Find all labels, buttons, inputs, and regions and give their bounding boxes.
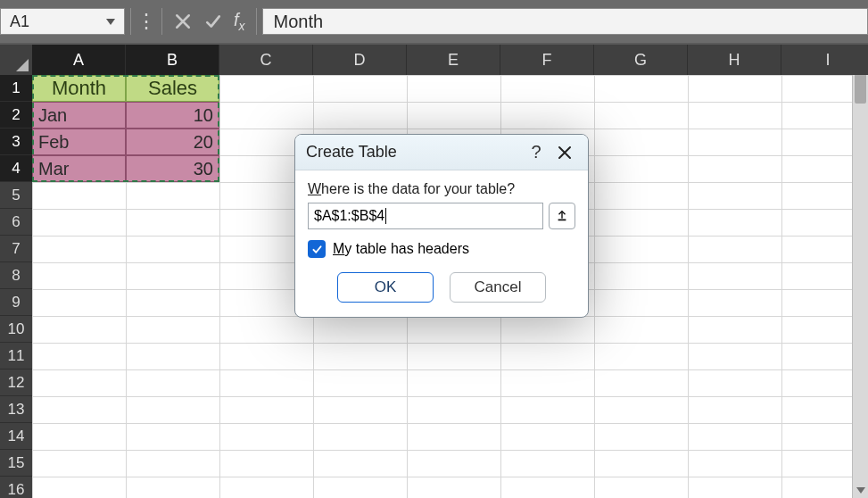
range-prompt-label: Where is the data for your table? <box>308 181 575 197</box>
row-header-10[interactable]: 10 <box>0 316 32 343</box>
row-header-11[interactable]: 11 <box>0 343 32 369</box>
divider <box>256 8 257 35</box>
row-header-8[interactable]: 8 <box>0 262 32 289</box>
row-header-1[interactable]: 1 <box>0 75 32 102</box>
range-input-value: $A$1:$B$4 <box>314 208 384 224</box>
close-icon <box>558 145 572 160</box>
fx-icon[interactable]: fx <box>228 10 251 33</box>
text-caret <box>385 208 386 224</box>
cell-B4[interactable]: 30 <box>126 155 219 182</box>
row-header-16[interactable]: 16 <box>0 477 32 498</box>
chevron-down-icon <box>856 487 865 494</box>
accept-formula-button[interactable] <box>198 8 228 35</box>
formula-bar-toolbar: A1 ⋮ fx Month <box>0 0 868 45</box>
formula-value: Month <box>274 12 324 32</box>
close-icon <box>175 13 191 29</box>
row-header-12[interactable]: 12 <box>0 369 32 396</box>
row-header-13[interactable]: 13 <box>0 396 32 423</box>
column-header-G[interactable]: G <box>594 45 688 75</box>
row-header-4[interactable]: 4 <box>0 155 32 182</box>
cell-A4[interactable]: Mar <box>32 155 126 182</box>
cell-B3[interactable]: 20 <box>126 129 219 155</box>
cell-A2[interactable]: Jan <box>32 102 126 129</box>
column-header-I[interactable]: I <box>781 45 868 75</box>
row-header-7[interactable]: 7 <box>0 236 32 262</box>
cell-B1[interactable]: Sales <box>126 75 219 102</box>
dialog-body: Where is the data for your table? $A$1:$… <box>295 170 588 317</box>
select-all-icon <box>16 59 29 71</box>
name-box[interactable]: A1 <box>0 8 125 35</box>
formula-input[interactable]: Month <box>262 8 868 35</box>
check-icon <box>311 244 323 255</box>
row-header-5[interactable]: 5 <box>0 182 32 209</box>
divider <box>161 8 162 35</box>
headers-checkbox-row: My table has headers <box>308 240 575 258</box>
column-header-E[interactable]: E <box>407 45 500 75</box>
range-input[interactable]: $A$1:$B$4 <box>308 203 543 229</box>
select-all-corner[interactable] <box>0 45 32 75</box>
range-selector-button[interactable] <box>549 203 575 229</box>
cell-A1[interactable]: Month <box>32 75 126 102</box>
chevron-down-icon[interactable] <box>106 19 115 25</box>
range-selector-icon <box>556 210 568 222</box>
column-header-B[interactable]: B <box>126 45 219 75</box>
close-button[interactable] <box>552 140 577 165</box>
kebab-icon[interactable]: ⋮ <box>136 18 156 25</box>
column-header-F[interactable]: F <box>500 45 594 75</box>
column-header-H[interactable]: H <box>688 45 781 75</box>
row-header-15[interactable]: 15 <box>0 450 32 477</box>
scroll-down-button[interactable] <box>853 482 868 498</box>
check-icon <box>205 13 221 29</box>
cancel-formula-button[interactable] <box>168 8 198 35</box>
row-header-3[interactable]: 3 <box>0 129 32 155</box>
column-header-C[interactable]: C <box>219 45 313 75</box>
cell-A3[interactable]: Feb <box>32 129 126 155</box>
help-button[interactable]: ? <box>525 142 547 162</box>
dialog-title-bar[interactable]: Create Table ? <box>295 135 588 170</box>
headers-checkbox-label[interactable]: My table has headers <box>333 241 469 257</box>
name-box-value: A1 <box>10 12 29 31</box>
vertical-scrollbar[interactable] <box>852 45 868 498</box>
column-header-D[interactable]: D <box>313 45 407 75</box>
cancel-button[interactable]: Cancel <box>450 272 546 303</box>
divider <box>130 8 131 35</box>
row-header-9[interactable]: 9 <box>0 289 32 316</box>
headers-checkbox[interactable] <box>308 240 326 258</box>
svg-rect-0 <box>558 220 566 221</box>
row-header-14[interactable]: 14 <box>0 423 32 450</box>
column-header-A[interactable]: A <box>32 45 126 75</box>
row-header-2[interactable]: 2 <box>0 102 32 129</box>
create-table-dialog: Create Table ? Where is the data for you… <box>294 134 589 312</box>
cell-B2[interactable]: 10 <box>126 102 219 129</box>
row-header-6[interactable]: 6 <box>0 209 32 236</box>
dialog-title: Create Table <box>306 143 397 162</box>
ok-button[interactable]: OK <box>337 272 434 303</box>
